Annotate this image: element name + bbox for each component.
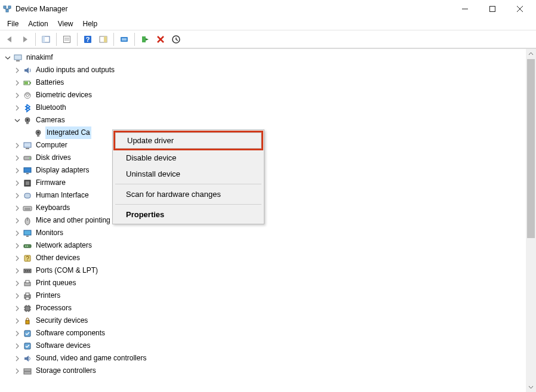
keyboard-icon <box>23 203 32 213</box>
tree-root[interactable]: ninakimf <box>2 51 526 64</box>
chevron-right-icon[interactable] <box>13 304 21 313</box>
tree-category[interactable]: Processors <box>2 302 526 314</box>
minimize-button[interactable] <box>451 0 479 18</box>
tree-category[interactable]: Audio inputs and outputs <box>2 64 526 76</box>
tree-category[interactable]: Software devices <box>2 339 526 352</box>
maximize-button[interactable] <box>479 0 506 18</box>
svg-rect-2 <box>6 10 8 12</box>
chevron-right-icon[interactable] <box>13 354 21 363</box>
forward-button[interactable] <box>18 32 32 47</box>
tree-category[interactable]: ?Other devices <box>2 252 526 264</box>
tree-category[interactable]: Print queues <box>2 277 526 289</box>
svg-point-53 <box>27 245 28 246</box>
tree-category-label: Sound, video and game controllers <box>35 352 147 365</box>
app-icon <box>2 4 12 14</box>
tree-category[interactable]: Sound, video and game controllers <box>2 352 526 365</box>
tree-category[interactable]: Cameras <box>2 114 526 126</box>
chevron-right-icon[interactable] <box>13 179 21 187</box>
tree-category-label: Keyboards <box>35 202 71 214</box>
chevron-right-icon[interactable] <box>13 166 21 175</box>
device-tree-panel: ninakimf Audio inputs and outputsBatteri… <box>0 48 536 392</box>
svg-rect-25 <box>30 82 31 84</box>
chevron-down-icon[interactable] <box>13 116 21 125</box>
chevron-right-icon[interactable] <box>13 217 21 225</box>
cpu-icon <box>23 304 32 313</box>
tree-category[interactable]: Biometric devices <box>2 89 526 101</box>
chevron-right-icon[interactable] <box>13 192 21 200</box>
disk-icon <box>23 153 32 163</box>
ctx-update-driver[interactable]: Update driver <box>113 131 263 150</box>
chevron-right-icon[interactable] <box>13 254 21 263</box>
chevron-right-icon[interactable] <box>13 79 21 87</box>
context-menu: Update driver Disable device Uninstall d… <box>112 129 264 224</box>
chevron-right-icon[interactable] <box>13 342 21 350</box>
action-pane-button[interactable] <box>96 32 110 47</box>
ctx-scan-hardware[interactable]: Scan for hardware changes <box>114 186 263 202</box>
svg-rect-36 <box>26 148 29 149</box>
bluetooth-icon <box>23 103 32 113</box>
mouse-icon <box>23 216 32 226</box>
menu-help[interactable]: Help <box>78 18 103 29</box>
menu-view[interactable]: View <box>53 18 78 29</box>
menu-action[interactable]: Action <box>23 18 53 29</box>
toolbar: ? <box>0 30 536 48</box>
tree-category[interactable]: Monitors <box>2 227 526 239</box>
svg-rect-61 <box>26 280 29 283</box>
svg-rect-43 <box>24 193 30 198</box>
properties-button[interactable] <box>60 32 74 47</box>
window-controls <box>451 0 534 18</box>
tree-category-label: Printers <box>35 289 61 302</box>
chevron-right-icon[interactable] <box>13 242 21 250</box>
tree-category-label: Other devices <box>35 252 81 264</box>
help-button[interactable]: ? <box>81 32 95 47</box>
chevron-right-icon[interactable] <box>13 154 21 162</box>
ctx-disable-device[interactable]: Disable device <box>114 150 263 166</box>
close-button[interactable] <box>506 0 534 18</box>
chevron-right-icon[interactable] <box>13 329 21 338</box>
chevron-right-icon[interactable] <box>13 279 21 288</box>
scan-hardware-button[interactable] <box>117 32 131 47</box>
tree-category[interactable]: Storage controllers <box>2 365 526 377</box>
chevron-right-icon[interactable] <box>13 317 21 325</box>
tree-category[interactable]: Network adapters <box>2 239 526 252</box>
update-driver-button[interactable] <box>138 32 152 47</box>
tree-category-label: Print queues <box>35 277 77 289</box>
scrollbar[interactable] <box>526 49 536 392</box>
chevron-down-icon[interactable] <box>4 54 12 62</box>
chevron-right-icon[interactable] <box>13 66 21 75</box>
printq-icon <box>23 279 32 288</box>
disable-button[interactable] <box>169 32 183 47</box>
storage-icon <box>23 366 32 376</box>
chevron-right-icon[interactable] <box>13 292 21 300</box>
network-icon <box>23 241 32 251</box>
chevron-right-icon[interactable] <box>13 229 21 237</box>
chevron-right-icon[interactable] <box>13 367 21 375</box>
ctx-uninstall[interactable]: Uninstall device <box>114 166 263 182</box>
tree-category-label: Disk drives <box>35 152 72 164</box>
scroll-down-arrow[interactable] <box>526 382 536 392</box>
tree-category[interactable]: Security devices <box>2 314 526 327</box>
scroll-thumb[interactable] <box>527 59 535 238</box>
svg-rect-57 <box>25 270 26 271</box>
tree-category[interactable]: Printers <box>2 289 526 302</box>
scroll-up-arrow[interactable] <box>526 49 536 59</box>
menubar: File Action View Help <box>0 18 536 30</box>
chevron-right-icon[interactable] <box>13 141 21 150</box>
ctx-separator <box>115 204 261 205</box>
chevron-right-icon[interactable] <box>13 267 21 275</box>
chevron-right-icon[interactable] <box>13 91 21 100</box>
tree-category[interactable]: Batteries <box>2 76 526 89</box>
tree-category[interactable]: Bluetooth <box>2 101 526 114</box>
tree-category[interactable]: Ports (COM & LPT) <box>2 264 526 277</box>
chevron-right-icon[interactable] <box>13 204 21 212</box>
back-button[interactable] <box>2 32 17 47</box>
chevron-right-icon[interactable] <box>13 104 21 112</box>
show-hide-console-tree-button[interactable] <box>39 32 53 47</box>
ctx-properties[interactable]: Properties <box>114 206 263 223</box>
tree-category[interactable]: Software components <box>2 327 526 339</box>
uninstall-button[interactable] <box>153 32 168 47</box>
speaker-icon <box>23 66 32 75</box>
menu-file[interactable]: File <box>2 18 23 29</box>
tree-category-label: Security devices <box>35 314 89 327</box>
svg-rect-74 <box>26 320 29 324</box>
